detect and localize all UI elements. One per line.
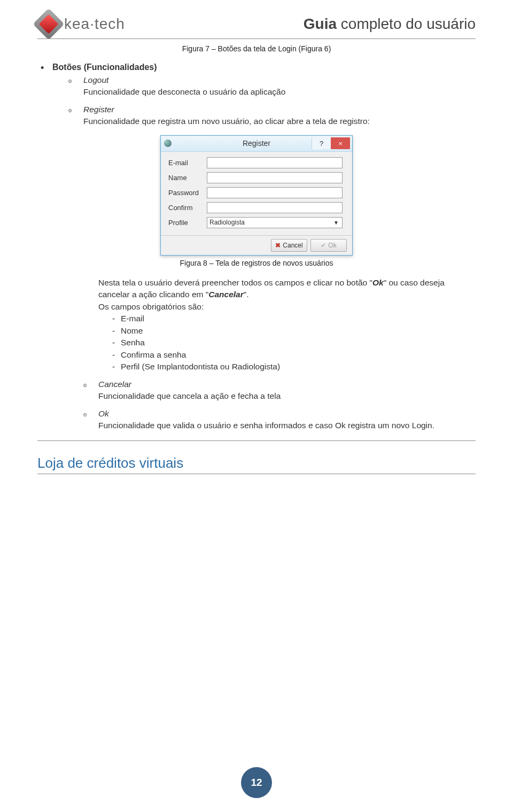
email-label: E-mail <box>168 159 207 167</box>
item-logout: o Logout Funcionalidade que desconecta o… <box>83 74 476 98</box>
register-dialog: Register ? × E-mail Name Password <box>160 135 353 256</box>
mandatory-confirma: Confirma a senha <box>121 349 476 361</box>
mandatory-nome: Nome <box>121 325 476 337</box>
password-field[interactable] <box>207 187 343 198</box>
password-label: Password <box>168 189 207 197</box>
item-register: o Register Funcionalidade que registra u… <box>83 104 476 128</box>
mandatory-email: E-mail <box>121 313 476 324</box>
email-field[interactable] <box>207 157 343 168</box>
header-divider <box>37 38 476 39</box>
paragraph-after-fig8: Nesta tela o usuário deverá preencher to… <box>98 277 476 373</box>
document-title: Guia completo do usuário <box>304 16 476 33</box>
confirm-field[interactable] <box>207 202 343 213</box>
bullets-title: Botões (Funcionalidades) <box>52 63 157 72</box>
chevron-down-icon: ▼ <box>331 220 341 226</box>
logo: kea·tech <box>37 13 125 35</box>
profile-combobox[interactable]: Radiologista ▼ <box>207 217 343 228</box>
figure-8-caption: Figura 8 – Tela de registros de novos us… <box>37 259 476 267</box>
item-cancelar: o Cancelar Funcionalidade que cancela a … <box>98 378 476 403</box>
section-divider <box>37 474 476 474</box>
ok-check-icon: ✔ <box>321 242 326 249</box>
ok-button[interactable]: ✔ Ok <box>310 239 347 252</box>
profile-label: Profile <box>168 219 207 227</box>
cancel-button[interactable]: ✖ Cancel <box>271 239 307 252</box>
figure-7-caption: Figura 7 – Botões da tela de Login (Figu… <box>37 44 476 53</box>
mandatory-fields-list: E-mail Nome Senha Confirma a senha Perfi… <box>98 313 476 373</box>
item-ok: o Ok Funcionalidade que valida o usuário… <box>98 408 476 432</box>
page-number-badge: 12 <box>241 767 272 798</box>
content-divider <box>37 440 476 441</box>
mandatory-senha: Senha <box>121 337 476 349</box>
name-field[interactable] <box>207 172 343 183</box>
dialog-title: Register <box>161 139 352 148</box>
profile-selected-value: Radiologista <box>209 219 245 226</box>
page-header: kea·tech Guia completo do usuário <box>37 13 476 35</box>
logo-star-icon <box>33 8 64 40</box>
cancel-x-icon: ✖ <box>275 242 281 249</box>
mandatory-perfil: Perfil (Se Implantodontista ou Radiologi… <box>121 361 476 373</box>
section-loja-title: Loja de créditos virtuais <box>37 455 476 471</box>
functionality-list: Botões (Funcionalidades) o Logout Funcio… <box>37 63 476 128</box>
name-label: Name <box>168 174 207 182</box>
dialog-titlebar: Register ? × <box>161 136 352 152</box>
confirm-label: Confirm <box>168 204 207 212</box>
logo-text: kea·tech <box>64 16 125 33</box>
